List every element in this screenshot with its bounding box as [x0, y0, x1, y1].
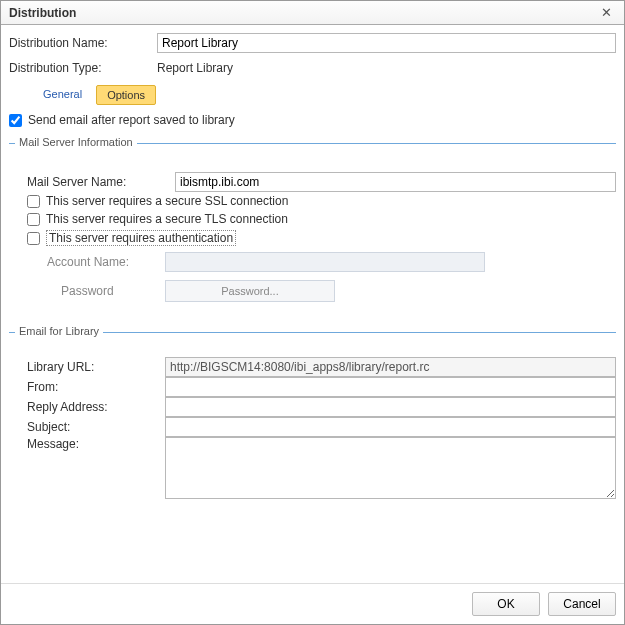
message-row: Message: — [9, 437, 616, 499]
password-label: Password — [37, 284, 157, 298]
library-url-row: Library URL: — [9, 357, 616, 377]
auth-label: This server requires authentication — [46, 230, 236, 246]
reply-label: Reply Address: — [27, 400, 157, 414]
mail-server-name-row: Mail Server Name: — [9, 172, 616, 192]
from-label: From: — [27, 380, 157, 394]
send-email-label: Send email after report saved to library — [28, 113, 235, 127]
button-bar: OK Cancel — [1, 583, 624, 624]
close-icon[interactable]: ✕ — [597, 5, 616, 20]
tls-label: This server requires a secure TLS connec… — [46, 212, 288, 226]
dist-type-row: Distribution Type: Report Library — [9, 59, 616, 77]
ssl-label: This server requires a secure SSL connec… — [46, 194, 288, 208]
password-row: Password Password... — [37, 276, 616, 306]
dist-name-row: Distribution Name: — [9, 33, 616, 53]
from-input[interactable] — [165, 377, 616, 397]
reply-input[interactable] — [165, 397, 616, 417]
email-library-legend: Email for Library — [15, 325, 103, 337]
mail-server-name-input[interactable] — [175, 172, 616, 192]
email-library-group: Email for Library Library URL: From: Rep… — [9, 332, 616, 499]
auth-checkbox[interactable] — [27, 232, 40, 245]
ssl-checkbox[interactable] — [27, 195, 40, 208]
subject-input[interactable] — [165, 417, 616, 437]
send-email-row: Send email after report saved to library — [9, 111, 616, 129]
dist-type-label: Distribution Type: — [9, 61, 149, 75]
tab-bar: General Options — [9, 85, 616, 105]
message-label: Message: — [27, 437, 157, 451]
ssl-row: This server requires a secure SSL connec… — [9, 192, 616, 210]
library-url-label: Library URL: — [27, 360, 157, 374]
reply-row: Reply Address: — [9, 397, 616, 417]
tab-options[interactable]: Options — [96, 85, 156, 105]
mail-server-legend: Mail Server Information — [15, 136, 137, 148]
subject-row: Subject: — [9, 417, 616, 437]
library-url-input — [165, 357, 616, 377]
subject-label: Subject: — [27, 420, 157, 434]
tls-row: This server requires a secure TLS connec… — [9, 210, 616, 228]
account-name-row: Account Name: — [37, 248, 616, 276]
message-textarea[interactable] — [165, 437, 616, 499]
distribution-dialog: Distribution ✕ Distribution Name: Distri… — [0, 0, 625, 625]
account-name-input — [165, 252, 485, 272]
mail-server-name-label: Mail Server Name: — [27, 175, 167, 189]
dist-name-input[interactable] — [157, 33, 616, 53]
cancel-button[interactable]: Cancel — [548, 592, 616, 616]
from-row: From: — [9, 377, 616, 397]
password-button: Password... — [165, 280, 335, 302]
tab-general[interactable]: General — [33, 85, 92, 105]
auth-row: This server requires authentication — [9, 228, 616, 248]
mail-server-group: Mail Server Information Mail Server Name… — [9, 143, 616, 306]
auth-subgroup: Account Name: Password Password... — [9, 248, 616, 306]
account-name-label: Account Name: — [37, 255, 157, 269]
titlebar: Distribution ✕ — [1, 1, 624, 25]
window-title: Distribution — [9, 6, 76, 20]
ok-button[interactable]: OK — [472, 592, 540, 616]
dist-name-label: Distribution Name: — [9, 36, 149, 50]
dist-type-value: Report Library — [157, 59, 233, 77]
dialog-content: Distribution Name: Distribution Type: Re… — [1, 25, 624, 583]
tls-checkbox[interactable] — [27, 213, 40, 226]
send-email-checkbox[interactable] — [9, 114, 22, 127]
